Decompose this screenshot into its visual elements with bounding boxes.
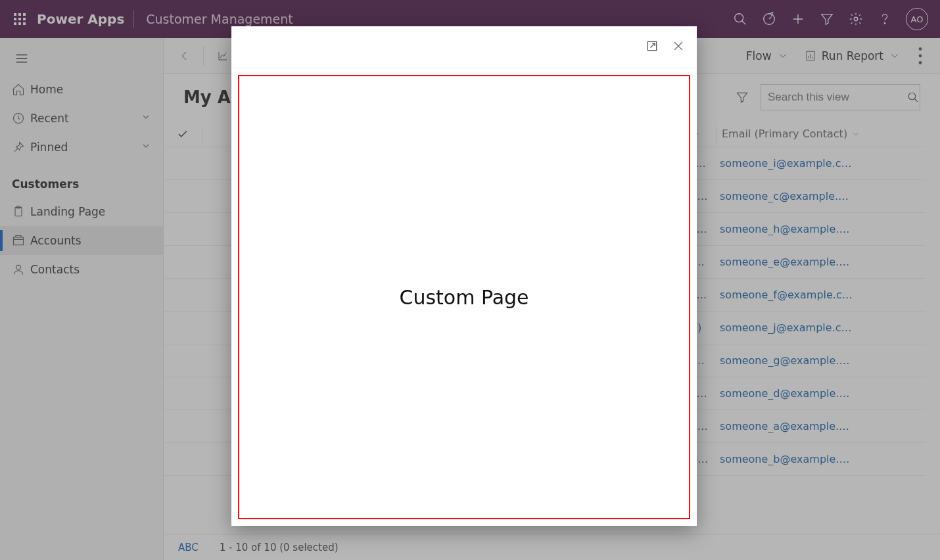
dialog-title-bar (231, 26, 697, 68)
dialog-body: Custom Page (231, 68, 697, 526)
close-icon (672, 39, 685, 53)
custom-page-label: Custom Page (399, 286, 529, 309)
popout-icon (646, 39, 659, 53)
custom-page-dialog: Custom Page (231, 26, 697, 526)
dialog-close-button[interactable] (672, 39, 685, 55)
page-highlight-outline: Custom Page (238, 75, 690, 519)
dialog-popout-button[interactable] (646, 39, 659, 55)
